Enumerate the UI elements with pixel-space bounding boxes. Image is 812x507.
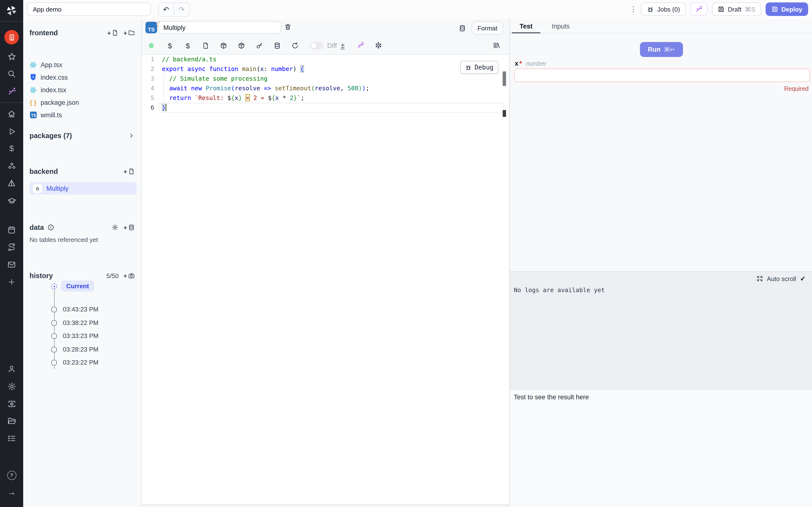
history-node[interactable] <box>51 346 57 352</box>
jobs-button[interactable]: Jobs (0) <box>641 2 686 16</box>
app-name-input[interactable]: App demo <box>27 2 151 16</box>
code-line-2[interactable]: 2export async function main(x: number) { <box>142 64 509 74</box>
code-line-5[interactable]: 5 return `Result: ${x} × 2 = ${x * 2}`; <box>142 93 509 103</box>
resource-list-icon[interactable] <box>0 430 23 447</box>
data-settings-icon[interactable] <box>112 224 119 231</box>
editor-header: TS Multiply Format $ $ <box>142 19 509 55</box>
favorites-star-icon[interactable] <box>0 48 23 65</box>
tab-inputs[interactable]: Inputs <box>542 19 579 33</box>
packages-section-header[interactable]: packages (7) <box>30 131 135 140</box>
file-row-wmill.ts[interactable]: TSwmill.ts <box>30 109 136 121</box>
delete-script-icon[interactable] <box>284 23 292 31</box>
calendar-icon[interactable] <box>0 221 23 238</box>
file-row-App.tsx[interactable]: App.tsx <box>30 58 136 71</box>
schedules-pyramid-icon[interactable] <box>0 175 23 192</box>
test-panel: TestInputs Run ⌘↵ x* number Required Aut… <box>509 19 812 507</box>
building-icon <box>4 30 19 44</box>
run-button[interactable]: Run ⌘↵ <box>640 42 683 57</box>
add-snapshot-button[interactable]: + <box>123 272 135 279</box>
runs-play-icon[interactable] <box>0 123 23 140</box>
more-menu-icon[interactable]: ⋮ <box>630 5 637 13</box>
ai-wand-icon[interactable] <box>352 42 369 49</box>
code-line-1[interactable]: 1// backend/a.ts <box>142 55 509 64</box>
left-icon-rail: $ <box>0 0 23 507</box>
code-line-3[interactable]: 3 // Simulate some processing <box>142 74 509 83</box>
database-icon[interactable] <box>459 24 466 32</box>
autoscroll-control[interactable]: Auto scroll ✓ <box>756 275 806 282</box>
tab-test[interactable]: Test <box>510 19 542 33</box>
library-icon[interactable] <box>493 37 500 54</box>
add-script-button[interactable]: + <box>123 168 135 175</box>
history-entry[interactable]: 03:33:23 PM <box>63 332 98 339</box>
plus-minus-icon[interactable]: ± <box>341 42 345 49</box>
diff-label: Diff <box>327 42 337 49</box>
code-line-6[interactable]: 6} <box>142 103 509 113</box>
help-icon[interactable]: ? <box>0 466 23 484</box>
history-node[interactable] <box>51 360 57 365</box>
history-count: 5/50 <box>106 272 119 279</box>
history-entry[interactable]: 03:23:22 PM <box>63 359 98 366</box>
history-current-pill[interactable]: Current <box>61 281 94 292</box>
history-entry[interactable]: 03:38:22 PM <box>63 319 98 326</box>
check-icon: ✓ <box>800 275 806 282</box>
code-area[interactable]: 1// backend/a.ts2export async function m… <box>142 55 509 504</box>
deploy-button[interactable]: Deploy <box>765 2 808 16</box>
expand-rail-icon[interactable]: → <box>0 484 23 501</box>
format-button[interactable]: Format <box>472 21 503 35</box>
search-icon[interactable] <box>0 65 23 82</box>
key-icon[interactable] <box>250 42 268 49</box>
home-icon[interactable] <box>0 105 23 123</box>
resources-cubes-icon[interactable] <box>0 157 23 175</box>
ai-assistant-button[interactable] <box>690 2 708 16</box>
settings-gear-icon[interactable] <box>0 378 23 395</box>
workspace-icon[interactable] <box>0 26 23 48</box>
file-icon[interactable] <box>197 42 215 49</box>
database-icon[interactable] <box>268 42 286 49</box>
refresh-icon[interactable] <box>286 42 304 49</box>
x-number-input[interactable] <box>514 68 810 82</box>
history-node[interactable] <box>51 333 57 339</box>
contextual-dollar-icon[interactable]: $ <box>179 41 197 50</box>
file-row-index.css[interactable]: 3index.css <box>30 71 136 83</box>
code-line-4[interactable]: 4 await new Promise(resolve => setTimeou… <box>142 83 509 93</box>
mail-icon[interactable] <box>0 256 23 273</box>
history-entry[interactable]: 03:28:23 PM <box>63 345 98 353</box>
variables-dollar-icon[interactable]: $ <box>161 41 179 50</box>
windmill-app-editor: $ <box>0 0 812 507</box>
windmill-logo[interactable] <box>0 0 23 22</box>
script-title-input[interactable]: Multiply <box>158 21 281 34</box>
braces-icon: { } <box>30 99 37 106</box>
add-file-button[interactable]: + <box>107 30 119 36</box>
scrollbar-thumb[interactable] <box>503 71 506 86</box>
history-entry[interactable]: 03:43:23 PM <box>63 306 98 313</box>
expand-icon[interactable] <box>756 275 763 282</box>
draft-button[interactable]: Draft ⌘S <box>712 2 761 16</box>
folders-icon[interactable] <box>0 412 23 430</box>
diff-toggle[interactable] <box>310 42 323 49</box>
file-row-index.tsx[interactable]: index.tsx <box>30 83 136 96</box>
redo-button[interactable]: ↷ <box>174 3 189 16</box>
add-database-button[interactable]: + <box>123 224 135 231</box>
editor-settings-icon[interactable] <box>369 42 388 49</box>
history-node[interactable] <box>51 306 57 313</box>
flows-route-icon[interactable] <box>0 238 23 256</box>
user-icon[interactable] <box>0 360 23 378</box>
learn-graduation-icon[interactable] <box>0 192 23 210</box>
save-icon <box>718 6 724 12</box>
history-node[interactable] <box>51 320 57 326</box>
undo-button[interactable]: ↶ <box>158 3 174 16</box>
file-row-package.json[interactable]: { }package.json <box>30 96 136 109</box>
backend-script-multiply[interactable]: a Multiply <box>30 182 137 194</box>
package-icon[interactable] <box>233 42 250 49</box>
ai-wand-icon[interactable] <box>0 82 23 100</box>
react-icon <box>30 61 37 68</box>
debug-button[interactable]: Debug <box>460 61 498 74</box>
package-icon[interactable] <box>215 42 233 49</box>
svg-text:3: 3 <box>33 75 34 79</box>
worker-groups-icon[interactable] <box>0 395 23 412</box>
variables-dollar-icon[interactable]: $ <box>0 140 23 157</box>
bug-icon <box>465 64 472 71</box>
info-icon[interactable] <box>47 224 54 231</box>
add-folder-button[interactable]: + <box>123 30 135 36</box>
add-plus-icon[interactable] <box>0 273 23 291</box>
